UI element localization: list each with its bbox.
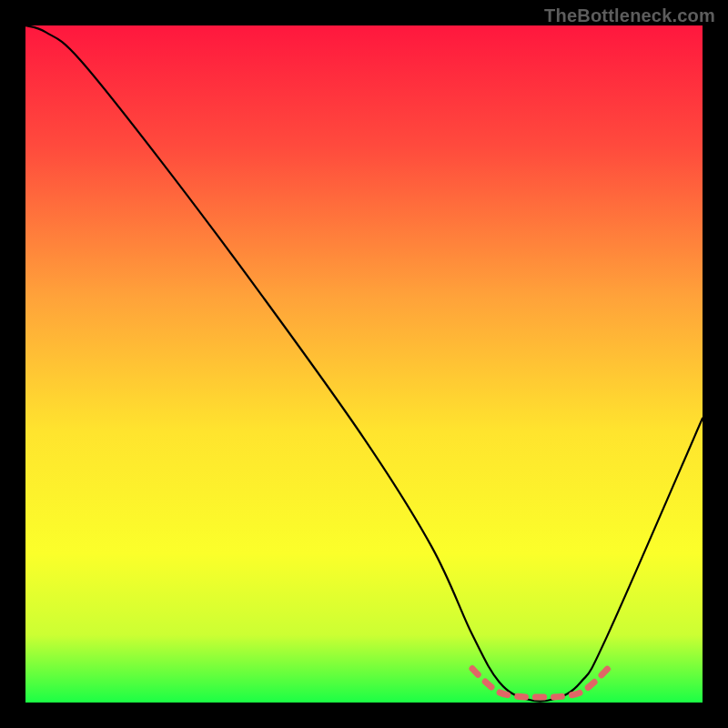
watermark-text: TheBottleneck.com — [544, 5, 715, 26]
bottleneck-chart — [25, 25, 703, 703]
chart-container — [25, 25, 703, 703]
gradient-background — [25, 25, 703, 703]
